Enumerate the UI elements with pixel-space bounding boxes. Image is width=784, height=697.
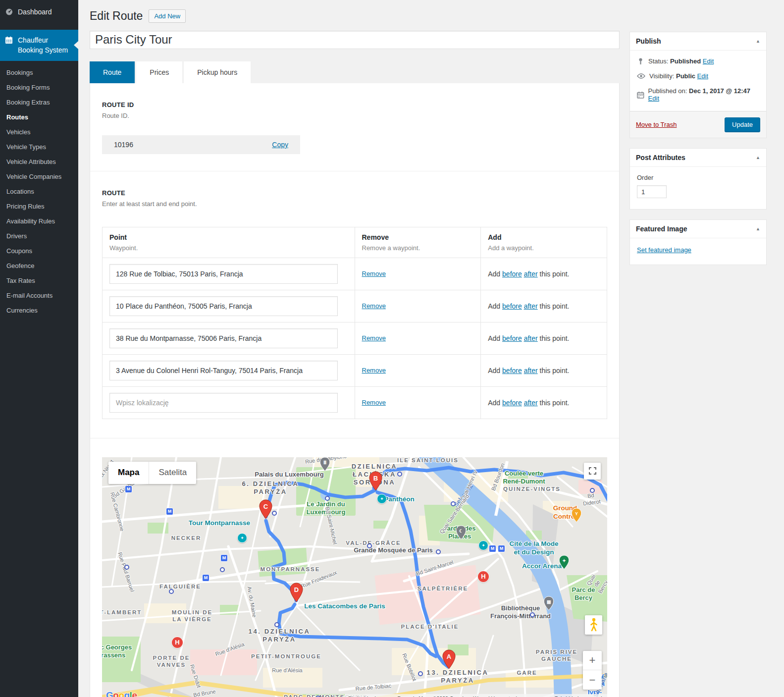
order-label: Order	[637, 174, 759, 181]
sidebar-item-geofence[interactable]: Geofence	[0, 259, 78, 273]
edit-visibility-link[interactable]: Edit	[697, 72, 708, 80]
sidebar-item-vehicle-types[interactable]: Vehicle Types	[0, 140, 78, 155]
sidebar-item-availability-rules[interactable]: Availability Rules	[0, 214, 78, 229]
zoom-out-button[interactable]: −	[583, 670, 602, 690]
waypoint-input-2[interactable]	[109, 296, 338, 316]
visibility-value: Public	[676, 72, 695, 80]
sidebar-item-currencies[interactable]: Currencies	[0, 303, 78, 318]
ground-control-pin-icon: Y	[571, 508, 582, 523]
bibliotheque-pin-icon: ▤	[543, 596, 554, 611]
sidebar-item-pricing-rules[interactable]: Pricing Rules	[0, 199, 78, 214]
add-before-link-1[interactable]: before	[502, 270, 522, 278]
cite-mode-camera-icon: ✦	[478, 540, 488, 550]
waypoint-input-4[interactable]	[109, 361, 338, 380]
status-row: Status: Published Edit	[637, 57, 760, 65]
map-marker-d[interactable]: D	[290, 583, 303, 604]
add-new-button[interactable]: Add New	[149, 9, 186, 23]
metro-icon	[590, 488, 595, 493]
add-before-link-5[interactable]: before	[502, 399, 522, 407]
sidebar-item-vehicle-attributes[interactable]: Vehicle Attributes	[0, 155, 78, 169]
published-calendar-icon	[637, 91, 644, 99]
route-tab-panel: ROUTE ID Route ID. 10196 Copy ROUTE Ente…	[90, 83, 620, 697]
attribution-warunki-korzystania-z-programu[interactable]: Warunki korzystania z programu	[470, 694, 551, 697]
remove-waypoint-link-5[interactable]: Remove	[362, 399, 386, 406]
published-on-row: Published on: Dec 1, 2017 @ 12:47 Edit	[637, 87, 760, 102]
order-input[interactable]	[637, 185, 667, 198]
post-attributes-panel: Post Attributes ▲ Order	[629, 148, 767, 210]
map-marker-c[interactable]: C	[259, 499, 272, 521]
metro-icon	[530, 612, 535, 617]
sidebar-item-locations[interactable]: Locations	[0, 184, 78, 199]
remove-waypoint-link-4[interactable]: Remove	[362, 367, 386, 374]
sidebar-item-tax-rates[interactable]: Tax Rates	[0, 273, 78, 288]
tab-route[interactable]: Route	[90, 61, 135, 83]
map-marker-b[interactable]: B	[369, 471, 382, 492]
sidebar-dashboard-label: Dashboard	[18, 8, 52, 16]
remove-waypoint-link-1[interactable]: Remove	[362, 270, 386, 277]
collapse-toggle-icon[interactable]: ▲	[756, 226, 760, 231]
page-title: Edit Route	[90, 9, 143, 24]
sidebar-item-booking-extras[interactable]: Booking Extras	[0, 95, 78, 110]
fullscreen-button[interactable]	[584, 463, 601, 480]
zoom-in-button[interactable]: +	[583, 651, 602, 671]
grande-mosquee-pin-icon: ☾	[456, 525, 467, 540]
add-before-link-2[interactable]: before	[502, 302, 522, 310]
collapse-toggle-icon[interactable]: ▲	[756, 39, 760, 44]
add-after-link-4[interactable]: after	[524, 367, 538, 375]
waypoint-input-1[interactable]	[109, 264, 338, 284]
attribution-dane-do-mapy-2022-google[interactable]: Dane do Mapy ©2022 Google	[394, 694, 470, 697]
waypoint-input-3[interactable]	[109, 328, 338, 348]
featured-image-panel: Featured Image ▲ Set featured image	[629, 219, 767, 265]
add-after-link-1[interactable]: after	[524, 270, 538, 278]
move-to-trash-link[interactable]: Move to Trash	[636, 121, 677, 128]
sidebar-item-bookings[interactable]: Bookings	[0, 65, 78, 80]
svg-text:☾: ☾	[459, 528, 463, 533]
sidebar-item-vehicle-companies[interactable]: Vehicle Companies	[0, 169, 78, 184]
route-map[interactable]: 6. DZIELNICA PARYŻADZIELNICA ŁACIŃSKA SO…	[102, 457, 607, 697]
map-type-map-button[interactable]: Mapa	[108, 462, 149, 484]
edit-published-link[interactable]: Edit	[648, 95, 659, 102]
waypoints-table: Point Waypoint. Remove Remove a waypoint…	[102, 227, 607, 419]
collapse-toggle-icon[interactable]: ▲	[756, 155, 760, 160]
post-title-input[interactable]	[90, 31, 620, 49]
remove-waypoint-link-2[interactable]: Remove	[362, 302, 386, 310]
metro-icon	[274, 622, 279, 627]
add-before-link-4[interactable]: before	[502, 367, 522, 375]
sidebar-item-drivers[interactable]: Drivers	[0, 229, 78, 244]
sidebar-item-routes[interactable]: Routes	[0, 110, 78, 125]
svg-text:A: A	[446, 652, 451, 660]
add-after-link-3[interactable]: after	[524, 334, 538, 342]
sidebar-item-chauffeur-booking-system[interactable]: Chauffeur Booking System	[0, 30, 78, 61]
copy-route-id-link[interactable]: Copy	[272, 141, 288, 149]
map-marker-a[interactable]: A	[442, 649, 456, 671]
add-after-link-5[interactable]: after	[524, 399, 538, 407]
dashboard-gauge-icon	[5, 7, 13, 17]
sidebar-item-vehicles[interactable]: Vehicles	[0, 125, 78, 140]
pegman-control[interactable]	[585, 615, 602, 635]
add-after-link-2[interactable]: after	[524, 302, 538, 310]
sidebar-item-coupons[interactable]: Coupons	[0, 244, 78, 259]
sidebar-item-e-mail-accounts[interactable]: E-mail Accounts	[0, 288, 78, 303]
update-button[interactable]: Update	[725, 117, 760, 132]
post-attributes-title: Post Attributes	[636, 154, 685, 161]
map-type-satellite-button[interactable]: Satelita	[149, 462, 196, 484]
publish-panel-title: Publish	[636, 37, 661, 45]
edit-status-link[interactable]: Edit	[703, 57, 714, 65]
tab-prices[interactable]: Prices	[136, 61, 182, 83]
route-heading: ROUTE	[102, 171, 607, 197]
svg-text:B: B	[373, 474, 377, 482]
set-featured-image-link[interactable]: Set featured image	[637, 246, 691, 254]
palais-luxembourg-museum-pin-icon: Ⅲ	[319, 457, 330, 472]
hospital-marker-icon-2: H	[172, 637, 183, 648]
sidebar-item-dashboard[interactable]: Dashboard	[0, 0, 78, 23]
attribution-skr-ty-klawiszowe[interactable]: Skróty klawiszowe	[345, 694, 394, 697]
tab-pickup-hours[interactable]: Pickup hours	[184, 61, 251, 83]
add-before-link-3[interactable]: before	[502, 334, 522, 342]
route-id-box: 10196 Copy	[102, 135, 300, 154]
sidebar-item-booking-forms[interactable]: Booking Forms	[0, 80, 78, 95]
metro-icon	[169, 589, 174, 594]
attribution-zg-o-b-d-w-mapach[interactable]: Zgłoś błąd w mapach	[551, 694, 607, 697]
metro-icon	[397, 472, 402, 477]
remove-waypoint-link-3[interactable]: Remove	[362, 334, 386, 342]
waypoint-input-5[interactable]	[109, 393, 338, 413]
